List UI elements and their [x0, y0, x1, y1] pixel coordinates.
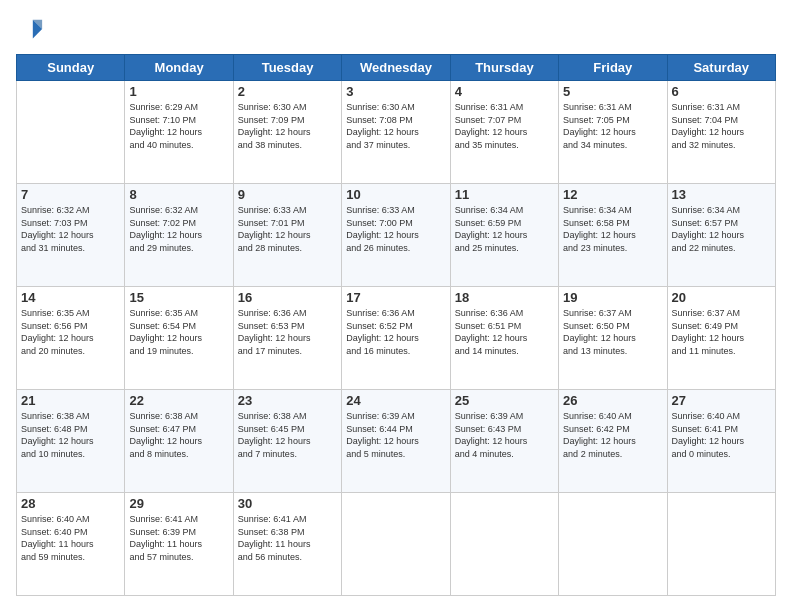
calendar-cell: 24Sunrise: 6:39 AM Sunset: 6:44 PM Dayli…	[342, 390, 450, 493]
calendar-cell: 12Sunrise: 6:34 AM Sunset: 6:58 PM Dayli…	[559, 184, 667, 287]
day-info: Sunrise: 6:37 AM Sunset: 6:50 PM Dayligh…	[563, 307, 662, 357]
day-number: 27	[672, 393, 771, 408]
week-row-2: 14Sunrise: 6:35 AM Sunset: 6:56 PM Dayli…	[17, 287, 776, 390]
calendar-cell: 17Sunrise: 6:36 AM Sunset: 6:52 PM Dayli…	[342, 287, 450, 390]
calendar-cell: 30Sunrise: 6:41 AM Sunset: 6:38 PM Dayli…	[233, 493, 341, 596]
calendar-cell: 9Sunrise: 6:33 AM Sunset: 7:01 PM Daylig…	[233, 184, 341, 287]
day-number: 6	[672, 84, 771, 99]
day-header-monday: Monday	[125, 55, 233, 81]
day-info: Sunrise: 6:41 AM Sunset: 6:38 PM Dayligh…	[238, 513, 337, 563]
day-number: 23	[238, 393, 337, 408]
calendar-cell: 1Sunrise: 6:29 AM Sunset: 7:10 PM Daylig…	[125, 81, 233, 184]
day-number: 26	[563, 393, 662, 408]
day-header-wednesday: Wednesday	[342, 55, 450, 81]
day-number: 17	[346, 290, 445, 305]
calendar-cell: 14Sunrise: 6:35 AM Sunset: 6:56 PM Dayli…	[17, 287, 125, 390]
day-info: Sunrise: 6:34 AM Sunset: 6:58 PM Dayligh…	[563, 204, 662, 254]
week-row-4: 28Sunrise: 6:40 AM Sunset: 6:40 PM Dayli…	[17, 493, 776, 596]
logo	[16, 16, 48, 44]
calendar-cell: 2Sunrise: 6:30 AM Sunset: 7:09 PM Daylig…	[233, 81, 341, 184]
day-number: 10	[346, 187, 445, 202]
day-header-row: SundayMondayTuesdayWednesdayThursdayFrid…	[17, 55, 776, 81]
calendar-cell: 27Sunrise: 6:40 AM Sunset: 6:41 PM Dayli…	[667, 390, 775, 493]
calendar-cell	[667, 493, 775, 596]
calendar-cell: 7Sunrise: 6:32 AM Sunset: 7:03 PM Daylig…	[17, 184, 125, 287]
calendar-cell: 4Sunrise: 6:31 AM Sunset: 7:07 PM Daylig…	[450, 81, 558, 184]
day-info: Sunrise: 6:30 AM Sunset: 7:08 PM Dayligh…	[346, 101, 445, 151]
day-info: Sunrise: 6:29 AM Sunset: 7:10 PM Dayligh…	[129, 101, 228, 151]
calendar-cell	[559, 493, 667, 596]
day-info: Sunrise: 6:34 AM Sunset: 6:57 PM Dayligh…	[672, 204, 771, 254]
day-number: 22	[129, 393, 228, 408]
day-header-friday: Friday	[559, 55, 667, 81]
day-number: 7	[21, 187, 120, 202]
day-info: Sunrise: 6:39 AM Sunset: 6:44 PM Dayligh…	[346, 410, 445, 460]
day-info: Sunrise: 6:34 AM Sunset: 6:59 PM Dayligh…	[455, 204, 554, 254]
week-row-0: 1Sunrise: 6:29 AM Sunset: 7:10 PM Daylig…	[17, 81, 776, 184]
calendar-cell: 18Sunrise: 6:36 AM Sunset: 6:51 PM Dayli…	[450, 287, 558, 390]
day-number: 9	[238, 187, 337, 202]
day-number: 28	[21, 496, 120, 511]
day-info: Sunrise: 6:33 AM Sunset: 7:00 PM Dayligh…	[346, 204, 445, 254]
day-number: 30	[238, 496, 337, 511]
day-number: 1	[129, 84, 228, 99]
day-info: Sunrise: 6:36 AM Sunset: 6:52 PM Dayligh…	[346, 307, 445, 357]
page: SundayMondayTuesdayWednesdayThursdayFrid…	[0, 0, 792, 612]
calendar-cell: 22Sunrise: 6:38 AM Sunset: 6:47 PM Dayli…	[125, 390, 233, 493]
day-number: 18	[455, 290, 554, 305]
calendar-cell: 28Sunrise: 6:40 AM Sunset: 6:40 PM Dayli…	[17, 493, 125, 596]
calendar-cell: 21Sunrise: 6:38 AM Sunset: 6:48 PM Dayli…	[17, 390, 125, 493]
calendar-cell: 3Sunrise: 6:30 AM Sunset: 7:08 PM Daylig…	[342, 81, 450, 184]
day-info: Sunrise: 6:40 AM Sunset: 6:42 PM Dayligh…	[563, 410, 662, 460]
day-info: Sunrise: 6:36 AM Sunset: 6:53 PM Dayligh…	[238, 307, 337, 357]
calendar-cell: 29Sunrise: 6:41 AM Sunset: 6:39 PM Dayli…	[125, 493, 233, 596]
calendar-table: SundayMondayTuesdayWednesdayThursdayFrid…	[16, 54, 776, 596]
calendar-cell	[17, 81, 125, 184]
calendar-cell: 26Sunrise: 6:40 AM Sunset: 6:42 PM Dayli…	[559, 390, 667, 493]
day-number: 2	[238, 84, 337, 99]
day-info: Sunrise: 6:31 AM Sunset: 7:04 PM Dayligh…	[672, 101, 771, 151]
day-number: 19	[563, 290, 662, 305]
day-info: Sunrise: 6:36 AM Sunset: 6:51 PM Dayligh…	[455, 307, 554, 357]
day-info: Sunrise: 6:39 AM Sunset: 6:43 PM Dayligh…	[455, 410, 554, 460]
calendar-cell	[450, 493, 558, 596]
day-number: 16	[238, 290, 337, 305]
week-row-3: 21Sunrise: 6:38 AM Sunset: 6:48 PM Dayli…	[17, 390, 776, 493]
day-header-tuesday: Tuesday	[233, 55, 341, 81]
day-info: Sunrise: 6:30 AM Sunset: 7:09 PM Dayligh…	[238, 101, 337, 151]
day-header-sunday: Sunday	[17, 55, 125, 81]
day-number: 13	[672, 187, 771, 202]
calendar-cell: 11Sunrise: 6:34 AM Sunset: 6:59 PM Dayli…	[450, 184, 558, 287]
calendar-cell	[342, 493, 450, 596]
day-number: 3	[346, 84, 445, 99]
day-info: Sunrise: 6:33 AM Sunset: 7:01 PM Dayligh…	[238, 204, 337, 254]
calendar-cell: 10Sunrise: 6:33 AM Sunset: 7:00 PM Dayli…	[342, 184, 450, 287]
calendar-cell: 13Sunrise: 6:34 AM Sunset: 6:57 PM Dayli…	[667, 184, 775, 287]
calendar-cell: 15Sunrise: 6:35 AM Sunset: 6:54 PM Dayli…	[125, 287, 233, 390]
day-number: 25	[455, 393, 554, 408]
day-info: Sunrise: 6:38 AM Sunset: 6:47 PM Dayligh…	[129, 410, 228, 460]
day-number: 4	[455, 84, 554, 99]
day-info: Sunrise: 6:31 AM Sunset: 7:07 PM Dayligh…	[455, 101, 554, 151]
day-header-saturday: Saturday	[667, 55, 775, 81]
calendar-cell: 19Sunrise: 6:37 AM Sunset: 6:50 PM Dayli…	[559, 287, 667, 390]
day-info: Sunrise: 6:32 AM Sunset: 7:02 PM Dayligh…	[129, 204, 228, 254]
day-number: 5	[563, 84, 662, 99]
day-number: 12	[563, 187, 662, 202]
calendar-cell: 16Sunrise: 6:36 AM Sunset: 6:53 PM Dayli…	[233, 287, 341, 390]
day-number: 15	[129, 290, 228, 305]
day-info: Sunrise: 6:37 AM Sunset: 6:49 PM Dayligh…	[672, 307, 771, 357]
day-info: Sunrise: 6:35 AM Sunset: 6:56 PM Dayligh…	[21, 307, 120, 357]
day-info: Sunrise: 6:38 AM Sunset: 6:45 PM Dayligh…	[238, 410, 337, 460]
calendar-cell: 5Sunrise: 6:31 AM Sunset: 7:05 PM Daylig…	[559, 81, 667, 184]
day-number: 20	[672, 290, 771, 305]
calendar-cell: 25Sunrise: 6:39 AM Sunset: 6:43 PM Dayli…	[450, 390, 558, 493]
day-number: 8	[129, 187, 228, 202]
calendar-cell: 6Sunrise: 6:31 AM Sunset: 7:04 PM Daylig…	[667, 81, 775, 184]
day-number: 14	[21, 290, 120, 305]
week-row-1: 7Sunrise: 6:32 AM Sunset: 7:03 PM Daylig…	[17, 184, 776, 287]
day-info: Sunrise: 6:41 AM Sunset: 6:39 PM Dayligh…	[129, 513, 228, 563]
calendar-cell: 8Sunrise: 6:32 AM Sunset: 7:02 PM Daylig…	[125, 184, 233, 287]
day-info: Sunrise: 6:31 AM Sunset: 7:05 PM Dayligh…	[563, 101, 662, 151]
day-number: 29	[129, 496, 228, 511]
